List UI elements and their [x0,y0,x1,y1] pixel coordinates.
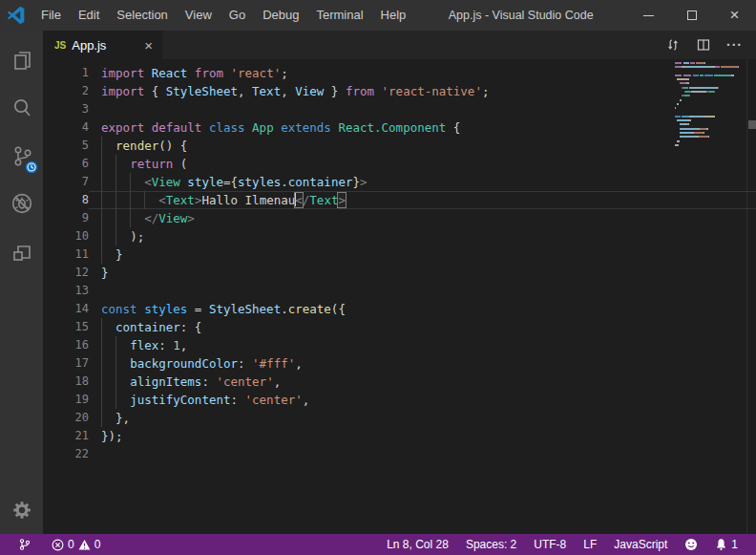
line-number[interactable]: 4 [43,118,89,137]
line-number[interactable]: 21 [43,427,89,445]
menu-item-go[interactable]: Go [220,0,254,31]
activity-item-search[interactable] [0,84,43,132]
code-line[interactable]: 12} [43,264,756,282]
activity-item-explorer[interactable] [0,36,43,84]
line-number[interactable]: 1 [43,64,89,82]
line-number[interactable]: 14 [43,300,89,318]
menu-item-debug[interactable]: Debug [254,0,307,31]
line-number[interactable]: 17 [43,354,89,373]
code-line[interactable]: 15 container: { [43,318,756,336]
menu-item-help[interactable]: Help [372,0,415,31]
minimize-icon [643,15,654,16]
editor[interactable]: 1import React from 'react';2import { Sty… [43,59,756,534]
code-line[interactable]: 6 return ( [43,155,756,173]
code-line[interactable]: 3 [43,100,756,118]
cursor-position[interactable]: Ln 8, Col 28 [378,534,457,555]
git-branch-button[interactable] [10,534,39,555]
tab-appjs[interactable]: JS App.js × [43,31,162,59]
code-line[interactable]: 1import React from 'react'; [43,64,756,82]
code-line[interactable]: 18 alignItems: 'center', [43,373,756,391]
extensions-icon [10,239,34,264]
code-line[interactable]: 9 </View> [43,209,756,227]
activity-item-source-control[interactable] [0,132,43,180]
vscode-logo-icon [0,0,32,31]
tab-label: App.js [72,38,142,53]
indentation[interactable]: Spaces: 2 [457,534,525,555]
line-number[interactable]: 18 [43,373,89,391]
notification-count: 1 [731,534,738,555]
code-line[interactable]: 14const styles = StyleSheet.create({ [43,300,756,318]
debug-icon [10,191,34,216]
split-editor-icon[interactable] [696,37,711,53]
code-line[interactable]: 10 ); [43,227,756,245]
menu-item-view[interactable]: View [177,0,220,31]
code-line[interactable]: 17 backgroundColor: '#fff', [43,354,756,373]
menu-item-edit[interactable]: Edit [70,0,108,31]
open-changes-icon[interactable] [665,37,681,53]
code-line[interactable]: 21}); [43,427,756,445]
line-number[interactable]: 22 [43,445,89,463]
tab-close-icon[interactable]: × [142,38,155,53]
code-line[interactable]: 7 <View style={styles.container}> [43,173,756,191]
line-number[interactable]: 6 [43,155,89,173]
minimize-button[interactable] [627,0,670,31]
line-number[interactable]: 15 [43,318,89,336]
line-number[interactable]: 11 [43,245,89,264]
line-number[interactable]: 5 [43,137,89,155]
line-number[interactable]: 12 [43,264,89,282]
code-text: export default class App extends React.C… [89,118,756,137]
code-line[interactable]: 16 flex: 1, [43,336,756,354]
code-text: import React from 'react'; [89,64,756,82]
menu-item-file[interactable]: File [32,0,70,31]
minimap[interactable] [675,62,746,153]
menu-item-selection[interactable]: Selection [108,0,176,31]
code-line[interactable]: 11 } [43,245,756,264]
code-line[interactable]: 13 [43,282,756,300]
code-text: import { StyleSheet, Text, View } from '… [89,82,756,100]
code-line[interactable]: 4export default class App extends React.… [43,118,756,137]
notifications-button[interactable]: 1 [706,534,746,555]
code-line[interactable]: 20 }, [43,409,756,427]
code-line[interactable]: 2import { StyleSheet, Text, View } from … [43,82,756,100]
line-number[interactable]: 20 [43,409,89,427]
close-button[interactable]: × [713,0,756,31]
language-mode[interactable]: JavaScript [605,534,676,555]
code-line[interactable]: 19 justifyContent: 'center', [43,391,756,409]
line-number[interactable]: 8 [43,191,89,209]
code-text [89,445,756,463]
menubar: FileEditSelectionViewGoDebugTerminalHelp [32,0,414,31]
activity-item-extensions[interactable] [0,227,43,275]
code-line[interactable]: 8 <Text>Hallo Ilmenau</Text> [43,191,756,209]
activity-item-debug[interactable] [0,180,43,227]
gear-icon [10,499,33,522]
warning-count: 0 [94,534,101,555]
code-text [89,100,756,118]
editor-lines[interactable]: 1import React from 'react';2import { Sty… [43,59,756,463]
line-number[interactable]: 13 [43,282,89,300]
code-text: ); [89,227,756,245]
line-number[interactable]: 7 [43,173,89,191]
line-number[interactable]: 3 [43,100,89,118]
line-number[interactable]: 9 [43,209,89,227]
code-text: <Text>Hallo Ilmenau</Text> [89,191,756,209]
line-number[interactable]: 16 [43,336,89,354]
menu-item-terminal[interactable]: Terminal [307,0,371,31]
git-branch-icon [18,538,31,551]
line-number[interactable]: 10 [43,227,89,245]
code-text: alignItems: 'center', [89,373,756,391]
activity-item-settings[interactable] [0,486,43,534]
code-text: render() { [89,137,756,155]
overview-ruler[interactable] [746,59,756,534]
code-line[interactable]: 5 render() { [43,137,756,155]
line-number[interactable]: 19 [43,391,89,409]
line-number[interactable]: 2 [43,82,89,100]
maximize-button[interactable] [670,0,713,31]
more-actions-icon[interactable]: ··· [726,37,743,53]
feedback-button[interactable] [676,534,706,555]
eol-selector[interactable]: LF [575,534,605,555]
code-line[interactable]: 22 [43,445,756,463]
problems-button[interactable]: 0 0 [43,534,109,555]
code-text: const styles = StyleSheet.create({ [89,300,756,318]
encoding[interactable]: UTF-8 [525,534,575,555]
warning-icon [78,539,91,551]
